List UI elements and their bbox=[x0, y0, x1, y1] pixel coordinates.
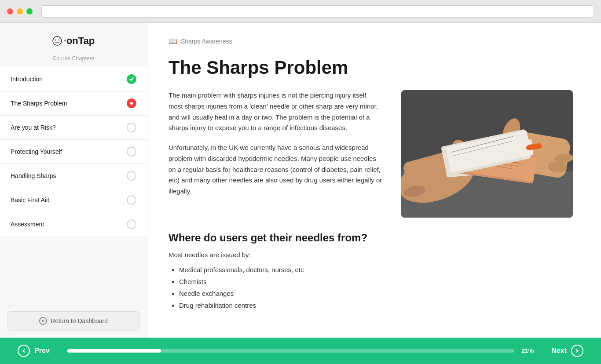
chapter-item-risk[interactable]: Are you at Risk? bbox=[0, 115, 147, 139]
progress-percent: 21% bbox=[521, 347, 534, 354]
window-chrome bbox=[0, 0, 601, 23]
chapter-status-pending bbox=[127, 171, 136, 181]
logo-icon bbox=[52, 36, 62, 46]
chapter-item-introduction[interactable]: Introduction bbox=[0, 67, 147, 91]
chapter-status-pending bbox=[127, 147, 136, 157]
list-intro: Most needles are issued by: bbox=[169, 251, 573, 258]
paragraph-1: The main problem with sharps injuries is… bbox=[169, 90, 384, 134]
list-item: Chemists bbox=[179, 276, 573, 288]
chapter-name: The Sharps Problem bbox=[11, 100, 67, 107]
chapter-status-pending bbox=[127, 195, 136, 205]
chapter-name: Assessment bbox=[11, 221, 44, 228]
chapter-status-completed bbox=[127, 74, 136, 84]
prev-label: Prev bbox=[34, 347, 50, 355]
next-label: Next bbox=[551, 347, 567, 355]
app-container: ·onTap Course Chapters Introduction The … bbox=[0, 23, 601, 364]
return-dashboard-label: Return to Dashboard bbox=[51, 317, 108, 324]
chapter-name: Basic First Aid bbox=[11, 197, 50, 204]
section-heading: Where do users get their needles from? bbox=[169, 232, 573, 244]
return-dashboard-button[interactable]: Return to Dashboard bbox=[7, 311, 140, 331]
progress-bar-background bbox=[67, 349, 515, 353]
next-button[interactable]: Next bbox=[551, 345, 583, 357]
content-image bbox=[401, 90, 573, 218]
sidebar: ·onTap Course Chapters Introduction The … bbox=[0, 23, 147, 338]
minimize-button[interactable] bbox=[17, 8, 23, 15]
breadcrumb: 📖 Sharps Awareness bbox=[169, 37, 573, 45]
close-button[interactable] bbox=[7, 8, 13, 15]
svg-point-0 bbox=[53, 36, 62, 45]
chapter-item-first-aid[interactable]: Basic First Aid bbox=[0, 188, 147, 212]
logo: ·onTap bbox=[0, 23, 147, 54]
maximize-button[interactable] bbox=[26, 8, 33, 15]
breadcrumb-icon: 📖 bbox=[169, 37, 177, 45]
breadcrumb-text: Sharps Awareness bbox=[181, 38, 232, 45]
list-item: Drug rehabilitation centres bbox=[179, 299, 573, 311]
progress-bar-fill bbox=[67, 349, 161, 353]
svg-point-2 bbox=[58, 40, 59, 41]
progress-container: 21% bbox=[67, 347, 534, 354]
chapter-status-pending bbox=[127, 123, 136, 132]
address-bar[interactable] bbox=[41, 5, 594, 18]
content-text: The main problem with sharps injuries is… bbox=[169, 90, 384, 218]
chapter-status-pending bbox=[127, 219, 136, 229]
chapter-status-current bbox=[127, 98, 136, 108]
paragraph-2: Unfortunately, in the UK we currently ha… bbox=[169, 142, 384, 197]
content-list: Medical professionals, doctors, nurses, … bbox=[169, 264, 573, 311]
chapter-list: Introduction The Sharps Problem Are you … bbox=[0, 67, 147, 304]
chapter-item-sharps-problem[interactable]: The Sharps Problem bbox=[0, 91, 147, 115]
section-title: Course Chapters bbox=[0, 54, 147, 67]
next-icon bbox=[571, 345, 583, 357]
logo-text: ·onTap bbox=[64, 35, 95, 47]
bottom-nav: Prev 21% Next bbox=[0, 338, 601, 364]
content-layout: The main problem with sharps injuries is… bbox=[169, 90, 573, 218]
svg-point-3 bbox=[130, 102, 133, 105]
chapter-name: Handling Sharps bbox=[11, 172, 56, 179]
chapter-name: Are you at Risk? bbox=[11, 124, 56, 131]
page-title: The Sharps Problem bbox=[169, 58, 573, 78]
prev-icon bbox=[18, 345, 30, 357]
return-icon bbox=[39, 317, 47, 325]
list-item: Medical professionals, doctors, nurses, … bbox=[179, 264, 573, 276]
sharps-image bbox=[401, 90, 573, 218]
chapter-item-handling[interactable]: Handling Sharps bbox=[0, 164, 147, 188]
main-content: 📖 Sharps Awareness The Sharps Problem Th… bbox=[147, 23, 601, 338]
chapter-name: Protecting Yourself bbox=[11, 148, 62, 155]
chapter-name: Introduction bbox=[11, 76, 43, 83]
list-item: Needle exchanges bbox=[179, 288, 573, 299]
prev-button[interactable]: Prev bbox=[18, 345, 50, 357]
chapter-item-assessment[interactable]: Assessment bbox=[0, 212, 147, 236]
svg-point-1 bbox=[55, 40, 56, 41]
chapter-item-protecting[interactable]: Protecting Yourself bbox=[0, 139, 147, 164]
